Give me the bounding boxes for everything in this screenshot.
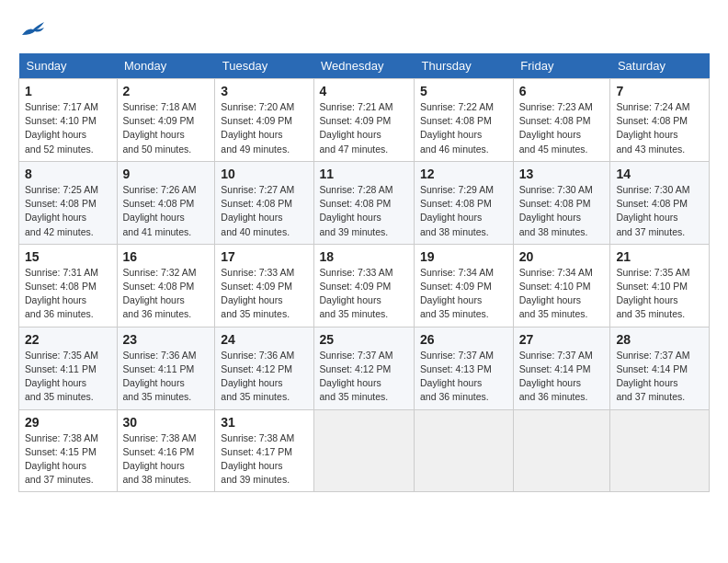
day-number: 2 [123, 84, 210, 98]
calendar-cell [415, 409, 514, 492]
sunset-text: Sunset: 4:08 PM [123, 198, 195, 209]
day-number: 26 [420, 332, 507, 347]
day-info: Sunrise: 7:23 AMSunset: 4:08 PMDaylight … [519, 100, 605, 156]
sunrise-text: Sunrise: 7:18 AM [123, 101, 197, 112]
day-info: Sunrise: 7:26 AMSunset: 4:08 PMDaylight … [123, 183, 210, 239]
daylight-value: and 38 minutes. [420, 226, 489, 237]
day-number: 6 [519, 84, 605, 98]
day-info: Sunrise: 7:37 AMSunset: 4:13 PMDaylight … [420, 349, 507, 405]
day-info: Sunrise: 7:38 AMSunset: 4:15 PMDaylight … [25, 431, 111, 488]
day-number: 1 [25, 84, 111, 98]
calendar-week-row: 1 Sunrise: 7:17 AMSunset: 4:10 PMDayligh… [19, 79, 710, 162]
sunset-text: Sunset: 4:10 PM [25, 115, 97, 126]
calendar-header-saturday: Saturday [610, 53, 710, 79]
calendar-cell: 19 Sunrise: 7:34 AMSunset: 4:09 PMDaylig… [415, 244, 514, 327]
logo-bird-icon [20, 18, 46, 39]
sunrise-text: Sunrise: 7:38 AM [123, 432, 197, 443]
sunset-text: Sunset: 4:11 PM [123, 363, 195, 374]
sunrise-text: Sunrise: 7:26 AM [123, 184, 197, 195]
calendar-cell: 20 Sunrise: 7:34 AMSunset: 4:10 PMDaylig… [513, 244, 610, 327]
daylight-value: and 36 minutes. [123, 308, 192, 319]
calendar-header-sunday: Sunday [19, 53, 118, 79]
calendar-cell: 29 Sunrise: 7:38 AMSunset: 4:15 PMDaylig… [19, 409, 118, 492]
calendar-table: SundayMondayTuesdayWednesdayThursdayFrid… [18, 53, 710, 492]
sunset-text: Sunset: 4:09 PM [320, 281, 392, 292]
sunset-text: Sunset: 4:08 PM [616, 198, 688, 209]
day-number: 22 [25, 332, 111, 347]
day-number: 13 [519, 167, 605, 181]
day-number: 18 [320, 249, 409, 264]
day-number: 31 [221, 415, 307, 430]
day-info: Sunrise: 7:34 AMSunset: 4:09 PMDaylight … [420, 266, 507, 322]
daylight-value: and 49 minutes. [221, 144, 290, 155]
calendar-cell: 26 Sunrise: 7:37 AMSunset: 4:13 PMDaylig… [415, 327, 514, 409]
daylight-value: and 37 minutes. [25, 474, 94, 485]
calendar-cell: 16 Sunrise: 7:32 AMSunset: 4:08 PMDaylig… [117, 244, 215, 327]
sunset-text: Sunset: 4:10 PM [616, 281, 688, 292]
sunrise-text: Sunrise: 7:20 AM [221, 101, 294, 112]
calendar-cell: 12 Sunrise: 7:29 AMSunset: 4:08 PMDaylig… [415, 161, 514, 244]
day-info: Sunrise: 7:25 AMSunset: 4:08 PMDaylight … [25, 183, 111, 239]
calendar-header-monday: Monday [117, 53, 215, 79]
day-number: 21 [616, 249, 703, 264]
calendar-header-tuesday: Tuesday [215, 53, 313, 79]
sunset-text: Sunset: 4:09 PM [420, 281, 492, 292]
calendar-cell: 22 Sunrise: 7:35 AMSunset: 4:11 PMDaylig… [19, 327, 118, 409]
sunset-text: Sunset: 4:13 PM [420, 363, 492, 374]
daylight-text: Daylight hours [25, 460, 86, 471]
calendar-cell: 13 Sunrise: 7:30 AMSunset: 4:08 PMDaylig… [513, 161, 610, 244]
daylight-text: Daylight hours [320, 294, 381, 305]
day-number: 4 [320, 84, 409, 98]
daylight-value: and 39 minutes. [320, 226, 389, 237]
calendar-cell: 28 Sunrise: 7:37 AMSunset: 4:14 PMDaylig… [610, 327, 710, 409]
sunset-text: Sunset: 4:09 PM [221, 115, 292, 126]
daylight-value: and 38 minutes. [519, 226, 588, 237]
daylight-text: Daylight hours [123, 377, 185, 388]
calendar-cell: 1 Sunrise: 7:17 AMSunset: 4:10 PMDayligh… [19, 79, 118, 162]
sunrise-text: Sunrise: 7:35 AM [25, 350, 98, 361]
day-info: Sunrise: 7:30 AMSunset: 4:08 PMDaylight … [616, 183, 703, 239]
sunset-text: Sunset: 4:08 PM [616, 115, 688, 126]
daylight-value: and 37 minutes. [616, 391, 685, 402]
sunrise-text: Sunrise: 7:37 AM [519, 350, 593, 361]
sunrise-text: Sunrise: 7:30 AM [616, 184, 689, 195]
daylight-text: Daylight hours [320, 129, 381, 140]
daylight-text: Daylight hours [616, 129, 677, 140]
sunrise-text: Sunrise: 7:37 AM [320, 350, 393, 361]
sunset-text: Sunset: 4:08 PM [320, 198, 392, 209]
calendar-cell: 15 Sunrise: 7:31 AMSunset: 4:08 PMDaylig… [19, 244, 118, 327]
daylight-text: Daylight hours [123, 129, 185, 140]
daylight-value: and 38 minutes. [123, 474, 192, 485]
calendar-cell: 7 Sunrise: 7:24 AMSunset: 4:08 PMDayligh… [610, 79, 710, 162]
daylight-value: and 52 minutes. [25, 144, 94, 155]
daylight-value: and 40 minutes. [221, 226, 290, 237]
daylight-value: and 35 minutes. [25, 391, 94, 402]
calendar-cell: 4 Sunrise: 7:21 AMSunset: 4:09 PMDayligh… [313, 79, 415, 162]
sunset-text: Sunset: 4:08 PM [420, 115, 492, 126]
daylight-value: and 46 minutes. [420, 144, 489, 155]
sunrise-text: Sunrise: 7:35 AM [616, 267, 689, 278]
sunrise-text: Sunrise: 7:30 AM [519, 184, 593, 195]
sunset-text: Sunset: 4:14 PM [519, 363, 591, 374]
day-number: 20 [519, 249, 605, 264]
calendar-cell: 27 Sunrise: 7:37 AMSunset: 4:14 PMDaylig… [513, 327, 610, 409]
daylight-text: Daylight hours [519, 129, 581, 140]
day-info: Sunrise: 7:38 AMSunset: 4:16 PMDaylight … [123, 431, 210, 488]
daylight-value: and 35 minutes. [320, 391, 389, 402]
day-info: Sunrise: 7:33 AMSunset: 4:09 PMDaylight … [320, 266, 409, 322]
day-number: 10 [221, 167, 307, 181]
calendar-cell: 21 Sunrise: 7:35 AMSunset: 4:10 PMDaylig… [610, 244, 710, 327]
sunset-text: Sunset: 4:10 PM [519, 281, 591, 292]
sunrise-text: Sunrise: 7:32 AM [123, 267, 197, 278]
daylight-text: Daylight hours [420, 377, 482, 388]
sunrise-text: Sunrise: 7:34 AM [420, 267, 494, 278]
sunset-text: Sunset: 4:08 PM [25, 198, 97, 209]
calendar-header-row: SundayMondayTuesdayWednesdayThursdayFrid… [19, 53, 710, 79]
day-number: 19 [420, 249, 507, 264]
calendar-cell: 2 Sunrise: 7:18 AMSunset: 4:09 PMDayligh… [117, 79, 215, 162]
calendar-header-wednesday: Wednesday [313, 53, 415, 79]
sunrise-text: Sunrise: 7:23 AM [519, 101, 593, 112]
calendar-week-row: 8 Sunrise: 7:25 AMSunset: 4:08 PMDayligh… [19, 161, 710, 244]
day-info: Sunrise: 7:24 AMSunset: 4:08 PMDaylight … [616, 100, 703, 156]
daylight-value: and 45 minutes. [519, 144, 588, 155]
